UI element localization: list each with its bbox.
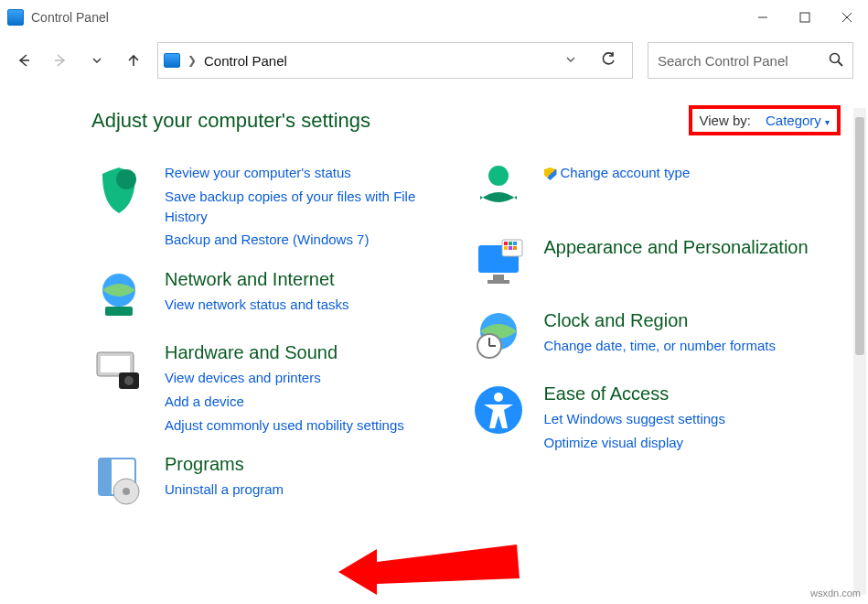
category-title-hardware[interactable]: Hardware and Sound [165,341,404,364]
scrollbar-thumb[interactable] [855,117,864,355]
link-mobility[interactable]: Adjust commonly used mobility settings [165,415,404,436]
clock-icon [471,309,526,364]
network-icon [91,268,146,323]
link-suggest-settings[interactable]: Let Windows suggest settings [544,409,725,429]
category-system-security: Review your computer's status Save backu… [91,163,462,250]
svg-rect-16 [99,458,112,495]
view-by-label: View by: [700,113,751,128]
svg-rect-21 [493,275,504,280]
search-input[interactable]: Search Control Panel [648,42,853,79]
vertical-scrollbar[interactable] [853,108,866,595]
svg-rect-1 [800,13,809,22]
category-programs: Programs Uninstall a program [91,453,462,508]
app-icon [7,9,24,26]
watermark: wsxdn.com [810,588,861,599]
svg-line-7 [839,61,843,66]
appearance-icon [471,236,526,291]
refresh-button[interactable] [590,51,627,70]
svg-rect-29 [513,246,517,250]
link-network-status[interactable]: View network status and tasks [165,295,349,315]
svg-point-19 [488,166,509,186]
view-by-value: Category [766,113,821,128]
svg-rect-24 [504,242,508,245]
chevron-down-icon[interactable] [564,53,583,69]
link-add-device[interactable]: Add a device [165,392,404,412]
close-button[interactable] [826,3,868,32]
right-column: Change account type Appearance and Perso… [471,163,841,508]
svg-rect-12 [101,356,130,372]
user-icon [471,163,526,218]
navbar: ❯ Control Panel Search Control Panel [0,35,868,92]
link-change-account-type[interactable]: Change account type [544,163,691,183]
svg-rect-22 [488,280,509,284]
svg-rect-28 [509,246,512,250]
category-title-appearance[interactable]: Appearance and Personalization [544,236,809,259]
ease-of-access-icon [471,383,526,437]
link-optimize-visual[interactable]: Optimize visual display [544,433,725,453]
svg-point-8 [116,169,136,189]
link-backup-restore[interactable]: Backup and Restore (Windows 7) [165,230,462,250]
maximize-button[interactable] [784,3,826,32]
view-by-selector[interactable]: View by: Category ▾ [689,105,841,135]
svg-rect-10 [105,307,133,316]
security-icon [91,163,146,218]
recent-dropdown[interactable] [88,51,106,70]
forward-button[interactable] [51,51,70,70]
programs-icon [91,453,146,508]
link-uninstall[interactable]: Uninstall a program [165,480,284,500]
link-date-time[interactable]: Change date, time, or number formats [544,336,776,356]
window-controls [742,3,868,32]
svg-point-35 [494,393,503,402]
svg-rect-26 [513,242,517,245]
hardware-icon [91,341,146,396]
svg-point-14 [124,376,134,385]
category-network: Network and Internet View network status… [91,268,462,323]
address-bar[interactable]: ❯ Control Panel [157,42,633,79]
category-title-programs[interactable]: Programs [165,453,284,476]
category-ease: Ease of Access Let Windows suggest setti… [471,383,841,453]
chevron-right-icon: ❯ [188,54,197,67]
left-column: Review your computer's status Save backu… [91,163,462,508]
window-title: Control Panel [31,10,109,25]
up-button[interactable] [124,51,143,70]
search-placeholder: Search Control Panel [658,53,788,69]
titlebar: Control Panel [0,0,868,35]
category-title-clock[interactable]: Clock and Region [544,309,776,332]
svg-rect-25 [509,242,512,245]
link-devices-printers[interactable]: View devices and printers [165,368,404,388]
control-panel-icon [164,53,180,68]
svg-rect-27 [504,246,508,250]
minimize-button[interactable] [742,3,784,32]
category-clock: Clock and Region Change date, time, or n… [471,309,841,364]
svg-point-6 [830,53,840,62]
category-title-ease[interactable]: Ease of Access [544,383,725,405]
link-review-status[interactable]: Review your computer's status [165,163,462,183]
link-file-history[interactable]: Save backup copies of your files with Fi… [165,187,462,227]
caret-down-icon: ▾ [825,117,830,127]
category-appearance: Appearance and Personalization [471,236,841,291]
category-hardware: Hardware and Sound View devices and prin… [91,341,462,435]
search-icon [829,52,843,70]
page-title: Adjust your computer's settings [91,109,370,133]
address-path: Control Panel [204,53,557,69]
svg-point-18 [123,488,130,495]
back-button[interactable] [15,51,33,70]
content: Adjust your computer's settings View by:… [0,87,868,604]
category-title-network[interactable]: Network and Internet [165,268,349,291]
category-user-accounts: Change account type [471,163,841,218]
